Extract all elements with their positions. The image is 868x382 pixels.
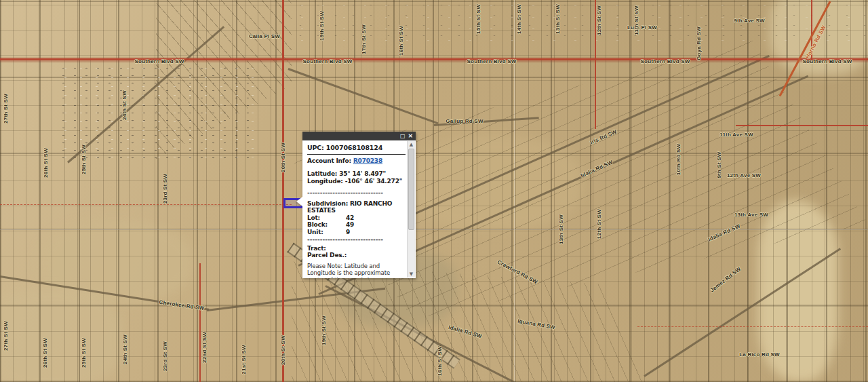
street-label: 13th Ave SW xyxy=(734,212,768,218)
map[interactable]: □ × UPC: 1007068108124 Account Info: R07… xyxy=(0,0,868,382)
unit-label: Unit: xyxy=(307,229,346,236)
block-label: Block: xyxy=(307,221,346,229)
arterial-road xyxy=(282,0,284,382)
street-label: 21st St SW xyxy=(241,345,247,374)
southern-blvd-road xyxy=(0,58,868,60)
street-label: Gallup Rd SW xyxy=(446,118,483,124)
parcel-info-popup: □ × UPC: 1007068108124 Account Info: R07… xyxy=(302,132,416,278)
scroll-down-icon[interactable]: ▼ xyxy=(408,271,415,278)
street-label: 20th St SW xyxy=(280,335,286,365)
account-info-label: Account Info: xyxy=(307,157,351,164)
street-label: Calla Pl SW xyxy=(249,33,280,39)
arterial-road xyxy=(736,125,868,126)
close-icon[interactable]: × xyxy=(408,133,413,139)
street-label: 25th St SW xyxy=(81,338,87,368)
street-label: Southern Blvd SW xyxy=(467,58,517,64)
street-label: Goya Rd SW xyxy=(696,26,702,60)
street-label: 13th St SW xyxy=(558,214,564,244)
lot-label: Lot: xyxy=(307,214,346,222)
subdivision-value: Subdivision: RIO RANCHO ESTATES xyxy=(307,200,406,214)
popup-body: UPC: 1007068108124 Account Info: R070238… xyxy=(302,140,416,278)
street-label: 13th St SW xyxy=(555,4,561,34)
street-label: 22nd St SW xyxy=(201,332,208,363)
lot-row: Lot: 42 xyxy=(307,214,406,222)
street-label: 11th St SW xyxy=(633,5,639,35)
street-label: 23rd St SW xyxy=(162,341,168,371)
street-label: 19th St SW xyxy=(319,11,325,41)
street-label: 15th St SW xyxy=(475,4,481,34)
street-label: 24th St SW xyxy=(121,90,127,120)
building-specks xyxy=(292,0,868,42)
street-label: 23rd St SW xyxy=(162,174,168,204)
popup-titlebar[interactable]: □ × xyxy=(302,132,416,140)
street-label: La Rico Rd SW xyxy=(739,351,780,358)
street-label: 9th St SW xyxy=(716,151,722,178)
popup-note: Please Note: Latitude and Longitude is t… xyxy=(307,263,406,279)
street-label: 27th St SW xyxy=(3,94,9,123)
section-line xyxy=(514,0,515,382)
street-label: 26th St SW xyxy=(42,338,48,368)
street-label: 11th Ave SW xyxy=(719,132,753,138)
scroll-up-icon[interactable]: ▲ xyxy=(408,141,415,148)
street-label: Southern Blvd SW xyxy=(303,58,353,64)
street-label: 17th St SW xyxy=(361,24,367,54)
street-label: 25th St SW xyxy=(81,145,87,174)
street-label: Southern Blvd SW xyxy=(135,58,184,64)
street-label: 12th Ave SW xyxy=(727,172,761,178)
latitude-value: Latitude: 35° 14' 8.497" xyxy=(307,170,406,178)
street-label: 24th St SW xyxy=(122,335,128,364)
boundary-dashed-line xyxy=(0,204,292,205)
street-label: Southern Blvd SW xyxy=(641,58,690,64)
parcel-des-label: Parcel Des.: xyxy=(307,252,406,259)
street-label: 12th St SW xyxy=(596,5,602,35)
unit-value: 9 xyxy=(346,229,350,236)
upc-value: UPC: 1007068108124 xyxy=(307,145,406,152)
lot-value: 42 xyxy=(346,214,354,222)
street-label: Lura Pl SW xyxy=(627,24,657,31)
street-label: 19th St SW xyxy=(321,316,327,345)
street-label: 27th St SW xyxy=(3,321,9,351)
account-link[interactable]: R070238 xyxy=(353,157,382,164)
dashed-separator: ------------------------------ xyxy=(307,189,406,197)
maximize-icon[interactable]: □ xyxy=(400,133,406,139)
popup-pointer xyxy=(296,197,302,206)
block-row: Block: 49 xyxy=(307,221,406,229)
street-label: 14th St SW xyxy=(516,4,522,34)
longitude-value: Longitude: -106° 46' 34.272" xyxy=(307,178,406,185)
divider-line xyxy=(307,154,406,155)
dashed-separator: ------------------------------ xyxy=(307,236,406,244)
boundary-dashed-line xyxy=(637,326,868,327)
unit-row: Unit: 9 xyxy=(307,229,406,236)
street-label: 9th Ave SW xyxy=(734,18,764,24)
street-label: 16th St SW xyxy=(398,26,404,56)
boundary-line xyxy=(199,263,201,382)
street-label: 26th St SW xyxy=(43,148,49,178)
street-label: 12th St SW xyxy=(596,209,602,239)
street-label: 10th Rd SW xyxy=(675,144,682,175)
scrollbar-thumb[interactable] xyxy=(408,149,414,230)
street-label: 16th St SW xyxy=(437,346,443,376)
tract-label: Tract: xyxy=(307,245,406,252)
popup-scrollbar[interactable]: ▲ ▼ xyxy=(407,141,415,278)
street-label: 20th St SW xyxy=(280,142,286,172)
block-value: 49 xyxy=(346,221,354,229)
